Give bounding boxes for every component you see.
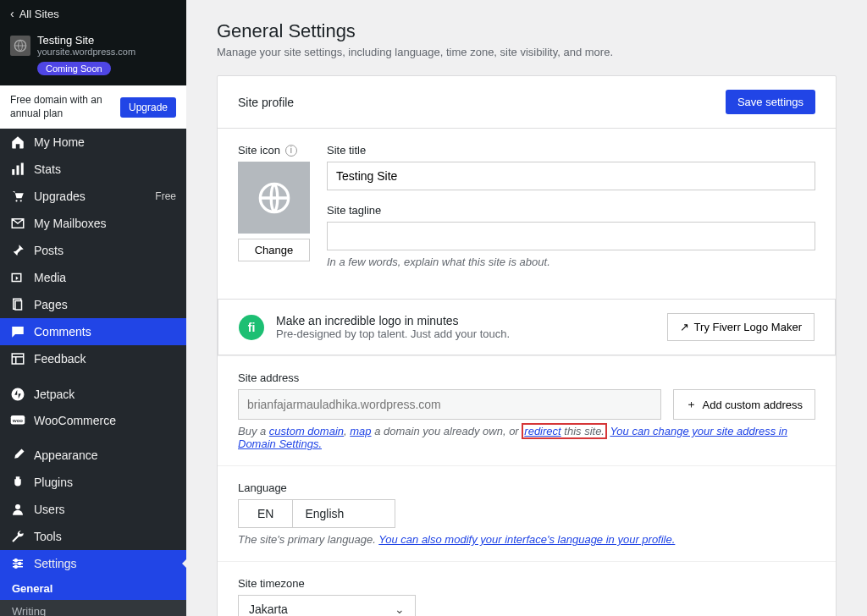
site-address-input: [238, 389, 661, 420]
plus-icon: ＋: [686, 397, 697, 412]
site-tagline-input[interactable]: [327, 222, 815, 250]
site-name: Testing Site: [37, 34, 176, 47]
nav-plugins[interactable]: Plugins: [0, 469, 186, 496]
nav-woocommerce[interactable]: wooWooCommerce: [0, 408, 186, 433]
redirect-link[interactable]: redirect: [524, 425, 561, 437]
upgrade-text: Free domain with an annual plan: [10, 94, 113, 120]
site-address-label: Site address: [238, 371, 815, 384]
nav-posts[interactable]: Posts: [0, 237, 186, 264]
nav-tools[interactable]: Tools: [0, 523, 186, 550]
sub-general[interactable]: General: [0, 577, 186, 600]
comment-icon: [10, 324, 25, 339]
settings-icon: [10, 556, 25, 571]
redirect-highlight: redirect this site.: [522, 423, 607, 439]
svg-point-12: [12, 388, 25, 401]
svg-point-20: [19, 563, 21, 565]
svg-point-5: [20, 200, 22, 201]
svg-rect-2: [17, 166, 19, 175]
nav-settings[interactable]: Settings: [0, 550, 186, 577]
language-section: Language EN English The site's primary l…: [218, 465, 836, 561]
main-content: General Settings Manage your site settin…: [186, 0, 867, 616]
site-card: Testing Site yoursite.wordpress.com Comi…: [0, 27, 186, 85]
svg-point-21: [14, 565, 17, 568]
language-code: EN: [239, 500, 293, 527]
media-icon: [10, 270, 25, 285]
nav-mailboxes[interactable]: My Mailboxes: [0, 210, 186, 237]
svg-point-15: [15, 504, 20, 509]
site-url: yoursite.wordpress.com: [37, 47, 176, 57]
chevron-down-icon: ⌄: [384, 602, 415, 616]
svg-rect-1: [12, 169, 14, 175]
nav-jetpack[interactable]: Jetpack: [0, 381, 186, 408]
coming-soon-badge: Coming Soon: [37, 62, 111, 75]
nav-comments[interactable]: Comments: [0, 318, 186, 345]
woo-icon: woo: [10, 415, 25, 426]
change-icon-button[interactable]: Change: [238, 239, 310, 261]
plug-icon: [10, 475, 25, 490]
site-avatar-icon: [10, 36, 30, 56]
info-icon[interactable]: i: [285, 145, 297, 157]
fiverr-icon: fi: [239, 315, 264, 340]
site-icon-label: Site icon: [238, 144, 280, 157]
site-icon-preview: [238, 162, 310, 234]
site-tagline-label: Site tagline: [327, 204, 815, 217]
timezone-select[interactable]: Jakarta ⌄: [238, 595, 416, 616]
nav-users[interactable]: Users: [0, 496, 186, 523]
profile-language-link[interactable]: You can also modify your interface's lan…: [378, 533, 675, 546]
sub-writing[interactable]: Writing: [0, 600, 186, 616]
svg-rect-3: [21, 163, 24, 175]
mail-icon: [10, 216, 25, 231]
timezone-value: Jakarta: [239, 596, 384, 616]
nav-pages[interactable]: Pages: [0, 291, 186, 318]
svg-point-19: [14, 559, 17, 562]
fiverr-title: Make an incredible logo in minutes: [276, 314, 510, 327]
nav-feedback[interactable]: Feedback: [0, 345, 186, 372]
pin-icon: [10, 243, 25, 258]
site-address-section: Site address ＋Add custom address Buy a c…: [218, 355, 836, 465]
site-profile-card: Site profile Save settings Site iconi Ch…: [217, 75, 837, 616]
site-title-label: Site title: [327, 144, 815, 157]
language-picker[interactable]: EN English: [238, 499, 395, 528]
card-title: Site profile: [238, 96, 294, 109]
all-sites-link[interactable]: ‹ All Sites: [0, 0, 186, 27]
all-sites-label: All Sites: [19, 8, 59, 20]
add-custom-address-button[interactable]: ＋Add custom address: [673, 389, 815, 420]
settings-subnav: General Writing Reading Discussion: [0, 577, 186, 616]
timezone-label: Site timezone: [238, 577, 815, 590]
svg-rect-9: [12, 354, 24, 364]
nav: My Home Stats UpgradesFree My Mailboxes …: [0, 129, 186, 616]
language-label: Language: [238, 481, 815, 494]
brush-icon: [10, 448, 25, 463]
chevron-left-icon: ‹: [10, 7, 14, 20]
fiverr-promo: fi Make an incredible logo in minutes Pr…: [218, 299, 836, 355]
external-icon: ↗: [680, 321, 689, 333]
fiverr-sub: Pre-designed by top talent. Just add you…: [276, 327, 510, 340]
language-hint: The site's primary language. You can als…: [238, 533, 815, 546]
svg-rect-8: [15, 301, 22, 311]
feedback-icon: [10, 351, 25, 366]
nav-my-home[interactable]: My Home: [0, 129, 186, 156]
custom-domain-link[interactable]: custom domain: [269, 425, 344, 437]
pages-icon: [10, 297, 25, 312]
page-title: General Settings: [217, 20, 837, 42]
fiverr-button[interactable]: ↗Try Fiverr Logo Maker: [667, 313, 815, 341]
nav-media[interactable]: Media: [0, 264, 186, 291]
user-icon: [10, 502, 25, 517]
jetpack-icon: [10, 387, 25, 402]
nav-stats[interactable]: Stats: [0, 156, 186, 183]
nav-upgrades[interactable]: UpgradesFree: [0, 183, 186, 210]
save-settings-button[interactable]: Save settings: [726, 90, 815, 114]
upgrade-button[interactable]: Upgrade: [120, 97, 176, 118]
tagline-hint: In a few words, explain what this site i…: [327, 256, 815, 268]
svg-point-4: [15, 200, 17, 201]
site-title-input[interactable]: [327, 162, 815, 190]
nav-appearance[interactable]: Appearance: [0, 442, 186, 469]
cart-icon: [10, 189, 25, 204]
timezone-section: Site timezone Jakarta ⌄ Choose a city in…: [218, 561, 836, 616]
language-name: English: [293, 500, 395, 527]
map-link[interactable]: map: [350, 425, 371, 437]
svg-text:woo: woo: [12, 418, 23, 423]
home-icon: [10, 135, 25, 150]
wrench-icon: [10, 529, 25, 544]
address-hint: Buy a custom domain, map a domain you al…: [238, 425, 815, 450]
